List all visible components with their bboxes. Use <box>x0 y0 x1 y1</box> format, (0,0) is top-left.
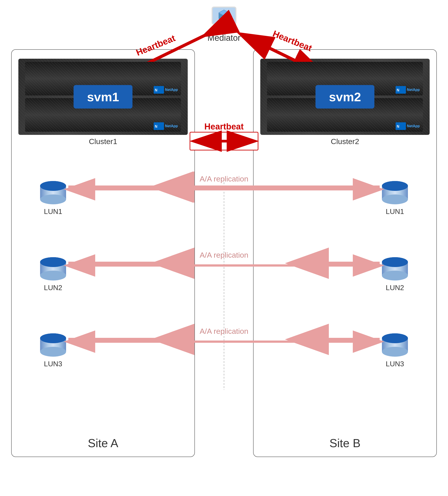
svg-rect-1 <box>218 29 230 30</box>
cluster1-box: N NetApp N NetApp <box>18 59 188 162</box>
aa-label-3: A/A replication <box>200 327 248 335</box>
site-a-label: Site A <box>12 436 194 450</box>
lun1-b-label: LUN1 <box>386 207 404 216</box>
svg-point-15 <box>40 181 66 191</box>
aa-label-2: A/A replication <box>200 251 248 259</box>
svg-text:N: N <box>397 124 399 128</box>
svg-rect-47 <box>190 132 258 150</box>
netapp-server-2: N NetApp N NetApp <box>260 59 430 135</box>
cluster2-box: N NetApp N NetApp <box>260 59 430 162</box>
svg-point-14 <box>40 194 66 204</box>
lun2-a-label: LUN2 <box>44 284 62 292</box>
cluster1-label: Cluster1 <box>18 137 188 146</box>
lun3-b-label: LUN3 <box>386 360 404 368</box>
svm1-label: svm1 <box>87 90 119 104</box>
heartbeat-arrow-center: Heartbeat <box>190 122 258 150</box>
svm2-label: svm2 <box>329 90 361 104</box>
svg-text:N: N <box>397 88 399 92</box>
svg-point-18 <box>40 271 66 280</box>
mediator: Mediator <box>207 4 241 43</box>
site-b-label: Site B <box>254 436 436 450</box>
svg-point-31 <box>382 181 408 191</box>
svg-point-30 <box>382 194 408 204</box>
aa-label-1: A/A replication <box>200 174 248 183</box>
lun1-a: LUN1 <box>39 180 68 216</box>
cluster2-label: Cluster2 <box>260 137 430 146</box>
heartbeat-label-center: Heartbeat <box>204 122 244 131</box>
svg-point-38 <box>382 347 408 357</box>
netapp-server-1: N NetApp N NetApp <box>18 59 188 135</box>
lun3-b: LUN3 <box>380 332 409 368</box>
lun1-a-label: LUN1 <box>44 207 62 216</box>
lun3-a: LUN3 <box>39 332 68 368</box>
lun1-b: LUN1 <box>380 180 409 216</box>
lun2-b: LUN2 <box>380 256 409 292</box>
svg-rect-0 <box>222 25 226 29</box>
svg-point-35 <box>382 257 408 267</box>
svg-point-22 <box>40 347 66 357</box>
svg-point-34 <box>382 271 408 280</box>
site-b-box: N NetApp N NetApp <box>253 49 437 457</box>
lun2-b-label: LUN2 <box>386 284 404 292</box>
mediator-label: Mediator <box>207 33 241 43</box>
svg-point-19 <box>40 257 66 267</box>
mediator-icon <box>211 4 237 31</box>
svg-point-39 <box>382 333 408 343</box>
svg-text:N: N <box>155 124 157 128</box>
lun3-a-label: LUN3 <box>44 360 62 368</box>
svg-text:N: N <box>155 88 157 92</box>
lun2-a: LUN2 <box>39 256 68 292</box>
diagram-container: Mediator N NetApp <box>0 0 448 496</box>
site-a-box: N NetApp N NetApp <box>11 49 195 457</box>
svg-point-23 <box>40 333 66 343</box>
